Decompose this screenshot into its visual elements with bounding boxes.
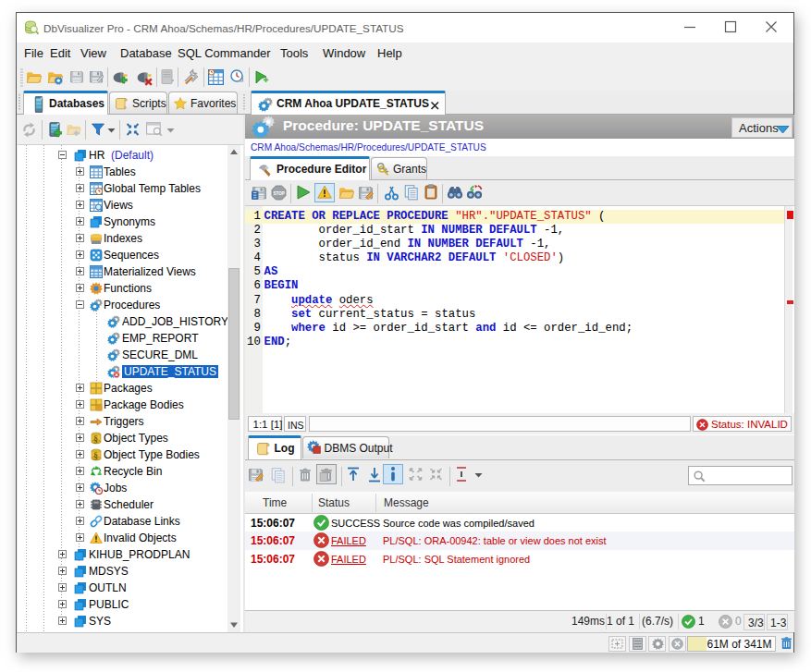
svg-text:STOP: STOP [274, 191, 285, 196]
